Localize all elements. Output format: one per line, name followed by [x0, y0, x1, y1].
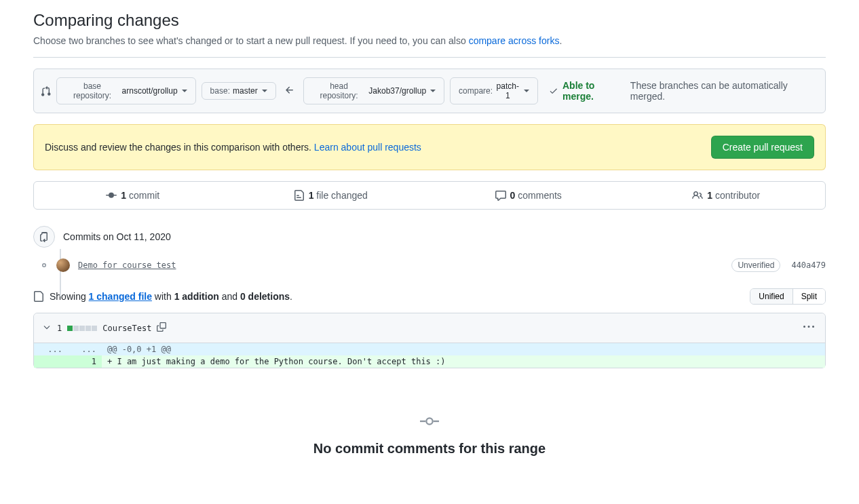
changed-files-link[interactable]: 1 changed file: [89, 291, 152, 302]
diffstat-icon: [67, 326, 97, 331]
commit-icon: [420, 412, 439, 431]
head-repo-select[interactable]: head repository: Jakob37/grollup: [303, 77, 444, 104]
commit-sha[interactable]: 440a479: [791, 260, 826, 270]
caret-down-icon: [524, 90, 529, 92]
compare-stats: 1 commit 1 file changed 0 comments 1 con…: [33, 181, 826, 210]
caret-down-icon: [430, 90, 436, 92]
page-title: Comparing changes: [33, 11, 826, 30]
verification-badge[interactable]: Unverified: [731, 258, 780, 272]
diff-view-toggle: Unified Split: [750, 288, 826, 305]
compare-branch-select[interactable]: compare: patch-1: [450, 77, 538, 104]
hunk-header-row: ... ... @@ -0,0 +1 @@: [34, 343, 825, 355]
file-change-count: 1: [57, 324, 62, 333]
page-subtitle: Choose two branches to see what's change…: [33, 35, 826, 46]
caret-down-icon: [182, 90, 187, 92]
comment-icon: [495, 190, 506, 201]
diff-line-added: 1 + I am just making a demo for the Pyth…: [34, 355, 825, 368]
base-repo-select[interactable]: base repository: arnscott/grollup: [56, 77, 195, 104]
avatar[interactable]: [56, 258, 70, 272]
people-icon: [692, 190, 703, 201]
commit-group-icon: [33, 226, 55, 248]
base-branch-select[interactable]: base: master: [202, 82, 276, 100]
diff-summary: Showing 1 changed file with 1 addition a…: [33, 291, 292, 302]
stat-files[interactable]: 1 file changed: [232, 182, 430, 209]
chevron-down-icon[interactable]: [42, 322, 52, 334]
compare-forks-link[interactable]: compare across forks: [469, 35, 560, 46]
commit-row: Demo for course test Unverified 440a479: [33, 258, 826, 272]
learn-pr-link[interactable]: Learn about pull requests: [314, 142, 421, 153]
copy-icon[interactable]: [157, 322, 166, 334]
commit-date-label: Commits on Oct 11, 2020: [63, 231, 171, 242]
unified-view-button[interactable]: Unified: [750, 289, 792, 304]
commit-dot-icon: [40, 261, 48, 269]
git-compare-icon: [41, 85, 51, 96]
file-name[interactable]: CourseTest: [102, 324, 151, 333]
split-view-button[interactable]: Split: [793, 289, 825, 304]
merge-status: Able to merge. These branches can be aut…: [549, 80, 818, 102]
caret-down-icon: [262, 90, 267, 92]
file-diff-icon: [33, 291, 44, 302]
svg-point-1: [426, 418, 432, 424]
stat-comments[interactable]: 0 comments: [430, 182, 628, 209]
empty-title: No commit comments for this range: [33, 441, 826, 457]
kebab-menu-icon[interactable]: [801, 319, 817, 337]
empty-comments: No commit comments for this range: [33, 390, 826, 478]
stat-commits[interactable]: 1 commit: [34, 182, 232, 209]
commit-message-link[interactable]: Demo for course test: [78, 260, 723, 270]
svg-point-0: [43, 264, 46, 267]
stat-contributors[interactable]: 1 contributor: [628, 182, 826, 209]
commits-timeline: Commits on Oct 11, 2020 Demo for course …: [33, 226, 826, 272]
pr-prompt-banner: Discuss and review the changes in this c…: [33, 124, 826, 170]
range-editor: base repository: arnscott/grollup base: …: [33, 69, 826, 113]
commit-icon: [106, 190, 117, 201]
diff-table: ... ... @@ -0,0 +1 @@ 1 + I am just maki…: [34, 343, 825, 368]
file-diff: 1 CourseTest ... ... @@ -0,0 +1 @@ 1 +: [33, 313, 826, 368]
check-icon: [549, 86, 558, 96]
divider: [33, 57, 826, 58]
create-pr-button[interactable]: Create pull request: [711, 136, 814, 159]
file-diff-icon: [294, 190, 305, 201]
arrow-left-icon: [282, 85, 298, 98]
